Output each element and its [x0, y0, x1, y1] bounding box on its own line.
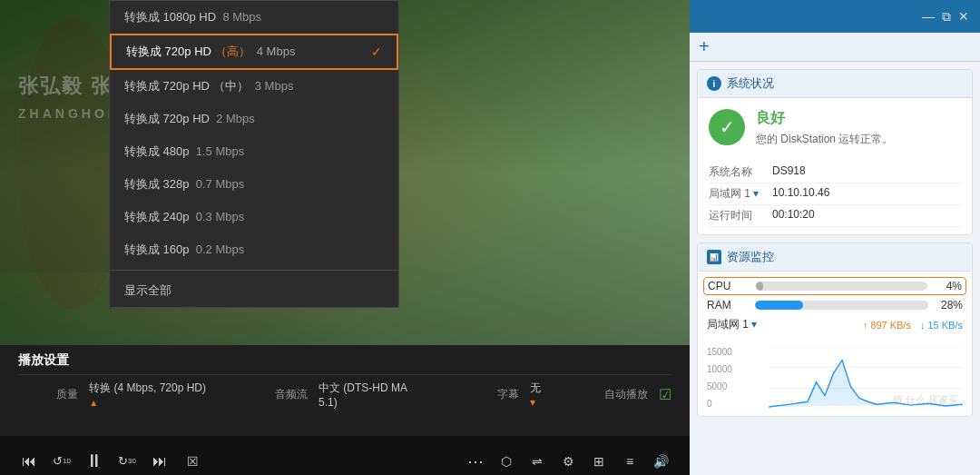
network-speed-dropdown-icon[interactable]: ▾ [751, 318, 757, 331]
status-good-icon: ✓ [709, 109, 745, 145]
quality-label-720p: 转换成 720p HD 2 Mbps [124, 111, 384, 127]
quality-option-480p[interactable]: 转换成 480p 1.5 Mbps [110, 135, 398, 168]
close-panel-button[interactable]: ✕ [958, 9, 969, 25]
quality-label-160p: 转换成 160p 0.2 Mbps [124, 242, 384, 258]
quality-option-show-all[interactable]: 显示全部 [110, 274, 398, 307]
add-button-row: + [690, 33, 980, 62]
cpu-label: CPU [708, 280, 749, 292]
autoplay-label: 自动播放 [584, 387, 648, 402]
equalizer-button[interactable]: ⚙ [557, 450, 579, 472]
uptime-label: 运行时间 [709, 208, 772, 223]
panel-header: — ⧉ ✕ [690, 0, 980, 33]
quality-option-720p-2mbps[interactable]: 转换成 720p HD 2 Mbps [110, 103, 398, 135]
audio-value: 中文 (DTS-HD MA 5.1) [318, 381, 423, 409]
quality-label-328p: 转换成 328p 0.7 Mbps [124, 176, 384, 193]
more-button[interactable]: ⋯ [465, 450, 486, 472]
autoplay-row: 自动播放 ☑ [584, 381, 671, 409]
network-speed-row: 局域网 1 ▾ ↑ 897 KB/s ↓ 15 KB/s [707, 317, 963, 332]
resource-rows: CPU 4% RAM 28% 局域网 1 ▾ [698, 272, 972, 343]
repeat-button[interactable]: ⇌ [526, 450, 548, 472]
status-description: 您的 DiskStation 运转正常。 [756, 132, 961, 147]
dropdown-divider [110, 270, 398, 271]
system-info-table: 系统名称 DS918 局域网 1 ▾ 10.10.10.46 运行时间 00:1… [698, 158, 972, 234]
volume-button[interactable]: 🔊 [650, 450, 671, 472]
subtitle-label: 字幕 [459, 387, 519, 402]
ram-row: RAM 28% [707, 299, 963, 312]
network-dropdown-icon[interactable]: ▾ [753, 187, 759, 200]
system-status-card-header: i 系统状况 [698, 70, 972, 98]
cpu-row: CPU 4% [703, 277, 966, 295]
quality-option-1080p-8mbps[interactable]: 转换成 1080p HD 8 Mbps [110, 1, 398, 34]
quality-option-720p-mid-3mbps[interactable]: 转换成 720p HD （中） 3 Mbps [110, 70, 398, 103]
show-all-label: 显示全部 [124, 282, 384, 299]
cpu-percent: 4% [935, 280, 962, 292]
prev-button[interactable]: ⏮ [18, 450, 40, 472]
quality-label-480p: 转换成 480p 1.5 Mbps [124, 143, 384, 160]
add-widget-button[interactable]: + [699, 36, 710, 57]
video-panel: 张弘毅 张ZHANGHONOYI 转换成 1080p HD 8 Mbps 转换成… [0, 0, 690, 475]
chart-y-10000: 10000 [707, 364, 732, 374]
monitor-icon: 📊 [707, 250, 721, 264]
ram-label: RAM [707, 299, 748, 312]
rewind-button[interactable]: ↺10 [51, 450, 73, 472]
upload-icon: ↑ [863, 320, 868, 331]
audio-label: 音频流 [248, 387, 308, 402]
info-icon: i [707, 76, 721, 91]
status-content: ✓ 良好 您的 DiskStation 运转正常。 [698, 98, 972, 158]
download-speed: ↓ 15 KB/s [920, 320, 963, 331]
next-button[interactable]: ⏭ [149, 450, 171, 472]
grid-button[interactable]: ⊞ [588, 450, 610, 472]
stop-button[interactable]: ☒ [181, 450, 203, 472]
autoplay-checkbox[interactable]: ☑ [659, 386, 671, 403]
uptime-value: 00:10:20 [772, 208, 961, 223]
chart-y-5000: 5000 [707, 381, 732, 391]
cast-button[interactable]: ⬡ [495, 450, 517, 472]
uptime-row: 运行时间 00:10:20 [709, 205, 961, 227]
network-chart-area: 15000 10000 5000 0 值 什么 居家买 [698, 343, 972, 416]
audio-row: 音频流 中文 (DTS-HD MA 5.1) [248, 381, 423, 409]
list-button[interactable]: ≡ [619, 450, 641, 472]
quality-option-328p[interactable]: 转换成 328p 0.7 Mbps [110, 168, 398, 201]
download-icon: ↓ [920, 320, 926, 331]
resource-monitor-card: 📊 资源监控 CPU 4% RAM 28% [697, 242, 973, 417]
quality-option-240p[interactable]: 转换成 240p 0.3 Mbps [110, 201, 398, 233]
watermark: 值 什么 居家买 [893, 393, 958, 407]
chart-y-15000: 15000 [707, 347, 732, 357]
settings-bar: 播放设置 质量 转换 (4 Mbps, 720p HD) ▲ 音频流 中文 (D… [0, 345, 690, 436]
play-pause-button[interactable]: ⏸ [83, 450, 105, 472]
system-name-label: 系统名称 [709, 164, 772, 180]
subtitle-row: 字幕 无 ▾ [459, 381, 548, 409]
network-value: 10.10.10.46 [772, 186, 961, 202]
quality-option-720p-high-4mbps[interactable]: 转换成 720p HD （高） 4 Mbps ✓ [110, 34, 398, 70]
chart-y-0: 0 [707, 399, 732, 409]
status-good-text: 良好 [756, 109, 961, 128]
forward-button[interactable]: ↻30 [116, 450, 138, 472]
system-name-row: 系统名称 DS918 [709, 162, 961, 183]
minimize-button[interactable]: — [922, 9, 935, 25]
resource-monitor-header: 📊 资源监控 [698, 243, 972, 272]
subtitle-dropdown-icon: ▾ [530, 396, 535, 409]
cpu-progress-fill [756, 282, 763, 291]
quality-label-720p-mid: 转换成 720p HD （中） 3 Mbps [124, 78, 384, 94]
restore-button[interactable]: ⧉ [942, 9, 951, 25]
chart-y-labels: 15000 10000 5000 0 [707, 347, 732, 409]
settings-title: 播放设置 [18, 352, 69, 369]
subtitle-value[interactable]: 无 ▾ [530, 381, 548, 409]
quality-option-160p[interactable]: 转换成 160p 0.2 Mbps [110, 233, 398, 266]
ram-progress-bg [755, 301, 928, 310]
cpu-progress-bg [756, 282, 927, 291]
quality-label: 质量 [18, 387, 78, 402]
quality-value: 转换 (4 Mbps, 720p HD) ▲ [89, 381, 211, 409]
header-icons: — ⧉ ✕ [922, 9, 969, 25]
quality-dropdown-menu: 转换成 1080p HD 8 Mbps 转换成 720p HD （高） 4 Mb… [109, 0, 399, 308]
resource-monitor-title: 资源监控 [727, 249, 774, 265]
status-text-block: 良好 您的 DiskStation 运转正常。 [756, 109, 961, 147]
ram-percent: 28% [936, 299, 963, 312]
upload-speed: ↑ 897 KB/s [863, 320, 911, 331]
network-row: 局域网 1 ▾ 10.10.10.46 [709, 183, 961, 205]
network-speed-label: 局域网 1 ▾ [707, 317, 757, 332]
quality-label-240p: 转换成 240p 0.3 Mbps [124, 209, 384, 225]
check-icon: ✓ [371, 45, 382, 59]
ram-progress-fill [755, 301, 803, 310]
quality-label-1080p-8mbps: 转换成 1080p HD 8 Mbps [124, 9, 384, 25]
